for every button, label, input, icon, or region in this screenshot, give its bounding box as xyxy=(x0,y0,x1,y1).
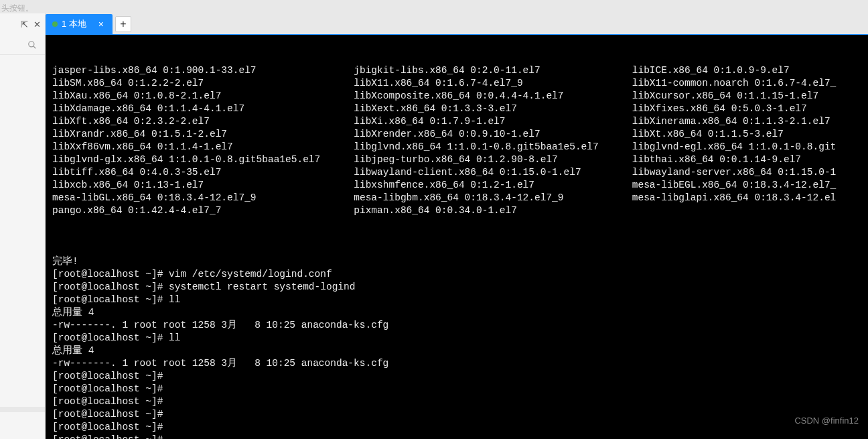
package-line: libXxf86vm.x86_64 0:1.1.4-1.el7 xyxy=(52,141,320,153)
terminal-line: [root@localhost ~]# xyxy=(52,434,861,439)
package-line: mesa-libglapi.x86_64 0:18.3.4-12.el xyxy=(632,192,837,204)
sidebar: ⇱ ✕ xyxy=(0,13,46,439)
package-columns: jasper-libs.x86_64 0:1.900.1-33.el7libSM… xyxy=(52,64,861,217)
terminal-line: 总用量 4 xyxy=(52,344,861,357)
hint-text: 头按钮。 xyxy=(1,3,33,14)
package-line: libXft.x86_64 0:2.3.2-2.el7 xyxy=(52,115,320,128)
package-line: libXinerama.x86_64 0:1.1.3-2.1.el7 xyxy=(632,115,837,128)
package-col-2: jbigkit-libs.x86_64 0:2.0-11.el7libX11.x… xyxy=(354,64,598,217)
terminal-line: -rw-------. 1 root root 1258 3月 8 10:25 … xyxy=(52,319,861,332)
package-line: libX11.x86_64 0:1.6.7-4.el7_9 xyxy=(354,77,598,90)
search-icon xyxy=(27,40,37,50)
terminal[interactable]: jasper-libs.x86_64 0:1.900.1-33.el7libSM… xyxy=(46,35,868,439)
terminal-line: [root@localhost ~]# xyxy=(52,395,861,408)
package-line: libthai.x86_64 0:0.1.14-9.el7 xyxy=(632,153,837,166)
terminal-line: [root@localhost ~]# systemctl restart sy… xyxy=(52,281,861,294)
terminal-line: 完毕! xyxy=(52,255,861,268)
terminal-line: [root@localhost ~]# xyxy=(52,383,861,395)
package-line: jasper-libs.x86_64 0:1.900.1-33.el7 xyxy=(52,64,320,77)
package-line: libXdamage.x86_64 0:1.1.4-4.1.el7 xyxy=(52,103,320,115)
package-line: libwayland-client.x86_64 0:1.15.0-1.el7 xyxy=(354,166,598,179)
package-line: libXt.x86_64 0:1.1.5-3.el7 xyxy=(632,128,837,141)
terminal-line xyxy=(52,243,861,255)
watermark: CSDN @finfin12 xyxy=(794,414,859,427)
tab-local[interactable]: 1 本地 × xyxy=(46,14,113,34)
package-line: libXfixes.x86_64 0:5.0.3-1.el7 xyxy=(632,103,837,115)
package-line: mesa-libgbm.x86_64 0:18.3.4-12.el7_9 xyxy=(354,192,598,204)
package-line: libglvnd-glx.x86_64 1:1.0.1-0.8.git5baa1… xyxy=(52,153,320,166)
package-line: mesa-libGL.x86_64 0:18.3.4-12.el7_9 xyxy=(52,192,320,204)
package-line: libXi.x86_64 0:1.7.9-1.el7 xyxy=(354,115,598,128)
package-line: mesa-libEGL.x86_64 0:18.3.4-12.el7_ xyxy=(632,179,837,192)
package-col-1: jasper-libs.x86_64 0:1.900.1-33.el7libSM… xyxy=(52,64,320,217)
package-line: libxshmfence.x86_64 0:1.2-1.el7 xyxy=(354,179,598,192)
package-line: libtiff.x86_64 0:4.0.3-35.el7 xyxy=(52,166,320,179)
tab-close-icon[interactable]: × xyxy=(98,19,104,29)
sidebar-controls: ⇱ ✕ xyxy=(0,13,45,35)
package-line: libXcursor.x86_64 0:1.1.15-1.el7 xyxy=(632,90,837,103)
package-line: libSM.x86_64 0:1.2.2-2.el7 xyxy=(52,77,320,90)
package-line: libXcomposite.x86_64 0:0.4.4-4.1.el7 xyxy=(354,90,598,103)
package-line: libwayland-server.x86_64 0:1.15.0-1 xyxy=(632,166,837,179)
package-line: libXext.x86_64 0:1.3.3-3.el7 xyxy=(354,103,598,115)
terminal-line: 总用量 4 xyxy=(52,306,861,319)
pin-icon[interactable]: ⇱ xyxy=(21,19,28,29)
package-line: libXrender.x86_64 0:0.9.10-1.el7 xyxy=(354,128,598,141)
terminal-line: [root@localhost ~]# ll xyxy=(52,294,861,306)
new-tab-button[interactable]: + xyxy=(115,16,131,32)
search-area[interactable] xyxy=(0,35,45,55)
package-line: libICE.x86_64 0:1.0.9-9.el7 xyxy=(632,64,837,77)
session-lines: 完毕![root@localhost ~]# vim /etc/systemd/… xyxy=(52,243,861,439)
terminal-line: [root@localhost ~]# xyxy=(52,421,861,434)
package-line: libXrandr.x86_64 0:1.5.1-2.el7 xyxy=(52,128,320,141)
terminal-line: [root@localhost ~]# xyxy=(52,408,861,421)
package-line: jbigkit-libs.x86_64 0:2.0-11.el7 xyxy=(354,64,598,77)
package-line: libjpeg-turbo.x86_64 0:1.2.90-8.el7 xyxy=(354,153,598,166)
main-container: ⇱ ✕ 1 本地 × + jasper-libs.x86_64 0:1.900.… xyxy=(0,0,868,439)
package-line: pango.x86_64 0:1.42.4-4.el7_7 xyxy=(52,204,320,217)
terminal-line: -rw-------. 1 root root 1258 3月 8 10:25 … xyxy=(52,357,861,370)
package-line: libxcb.x86_64 0:1.13-1.el7 xyxy=(52,179,320,192)
tab-bar: 1 本地 × + xyxy=(46,13,868,35)
package-line: pixman.x86_64 0:0.34.0-1.el7 xyxy=(354,204,598,217)
terminal-line: [root@localhost ~]# vim /etc/systemd/log… xyxy=(52,268,861,281)
status-dot-icon xyxy=(52,21,58,27)
close-icon[interactable]: ✕ xyxy=(33,19,41,29)
package-line: libglvnd.x86_64 1:1.0.1-0.8.git5baa1e5.e… xyxy=(354,141,598,153)
package-line: libXau.x86_64 0:1.0.8-2.1.el7 xyxy=(52,90,320,103)
package-col-3: libICE.x86_64 0:1.0.9-9.el7libX11-common… xyxy=(632,64,837,217)
terminal-line: [root@localhost ~]# ll xyxy=(52,332,861,344)
package-line: libX11-common.noarch 0:1.6.7-4.el7_ xyxy=(632,77,837,90)
package-line: libglvnd-egl.x86_64 1:1.0.1-0.8.git xyxy=(632,141,837,153)
tab-label: 1 本地 xyxy=(62,18,86,30)
sidebar-break xyxy=(0,407,45,412)
content: 1 本地 × + jasper-libs.x86_64 0:1.900.1-33… xyxy=(46,13,868,439)
svg-line-1 xyxy=(33,46,36,48)
terminal-line: [root@localhost ~]# xyxy=(52,370,861,383)
svg-point-0 xyxy=(29,41,34,46)
